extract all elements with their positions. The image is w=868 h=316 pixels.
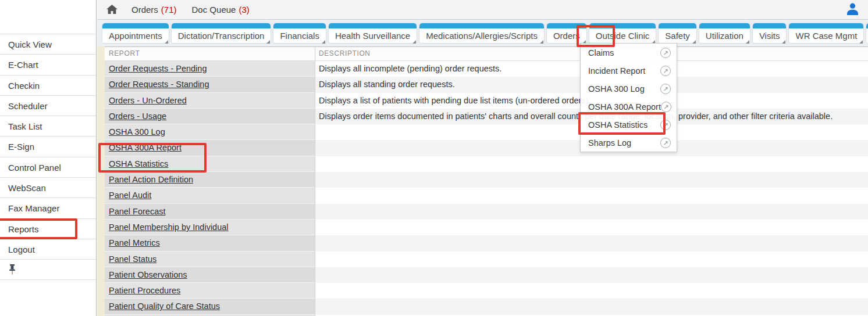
sidebar-item[interactable]: Task List [0,116,96,136]
category-tab[interactable]: Appointments [102,23,169,43]
description-cell [315,172,868,188]
category-tab[interactable]: Safety [659,23,696,43]
category-tab[interactable]: Financials [273,23,326,43]
report-link[interactable]: Panel Status [109,252,156,267]
top-bar: Orders(71) Doc Queue(3) [97,0,868,20]
tab-dropdown-grip-icon [322,40,325,44]
table-row: Panel Action Definition [105,172,868,188]
safety-menu-item[interactable]: OSHA 300A Report ↗ [581,98,677,116]
topbar-tab[interactable]: Doc Queue(3) [192,5,250,15]
category-tab[interactable]: Visits [753,23,787,43]
sidebar-item[interactable]: Fax Manager [0,198,96,218]
safety-menu-item[interactable]: OSHA 300 Log ↗ [581,80,677,98]
safety-dropdown-menu: Claims ↗ Incident Report ↗ OSHA 300 Log … [580,43,677,152]
report-cell: Panel Forecast [105,204,315,220]
top-nav: Orders(71) Doc Queue(3) [131,5,250,15]
category-tab[interactable]: Medications/Allergies/Scripts [419,23,544,43]
report-link[interactable]: Orders - Un-Ordered [109,93,187,109]
tab-dropdown-grip-icon [412,40,416,44]
open-in-new-icon[interactable]: ↗ [661,102,671,112]
topbar-tab-label: Doc Queue [192,5,236,15]
safety-menu-item-label: Incident Report [588,66,645,76]
report-link[interactable]: Panel Membership by Individual [109,220,229,235]
sidebar-item[interactable]: Scheduler [0,95,96,116]
description-cell [315,267,868,283]
open-in-new-icon[interactable]: ↗ [660,48,671,58]
report-link[interactable]: Panel Action Definition [109,172,193,188]
report-link[interactable]: Panel Metrics [109,235,160,251]
category-tab[interactable]: Outside Clinic [589,23,656,43]
safety-menu-item[interactable]: OSHA Statistics ↗ [581,116,677,134]
topbar-tab[interactable]: Orders(71) [131,5,177,15]
description-cell [315,252,868,267]
topbar-tab-count: (3) [239,5,249,15]
report-link[interactable]: Order Requests - Standing [109,77,209,92]
sidebar-item[interactable]: E-Chart [0,54,96,74]
report-cell: OSHA Statistics [105,156,315,172]
tab-dropdown-grip-icon [692,40,696,44]
sidebar-item[interactable]: Logout [0,239,96,259]
open-in-new-icon[interactable]: ↗ [660,66,671,76]
open-in-new-icon[interactable]: ↗ [660,120,671,130]
sidebar-item[interactable]: Reports [0,218,96,239]
tab-accent-bar [659,23,696,28]
sidebar-item-label: Checkin [8,81,40,91]
table-header-row: REPORT DESCRIPTION [105,46,868,61]
safety-menu-item[interactable]: Incident Report ↗ [581,62,677,80]
table-row: Orders - Usage Displays order items docu… [105,109,868,124]
user-button[interactable] [846,3,859,18]
report-table: REPORT DESCRIPTION Order Requests - Pend… [105,46,868,316]
sidebar: Quick View E-Chart Checkin Scheduler Tas… [0,0,97,316]
report-link[interactable]: OSHA 300 Log [109,124,165,140]
sidebar-item[interactable]: WebScan [0,177,96,198]
table-row: Patient Procedures [105,283,868,299]
category-tab[interactable]: Dictation/Transcription [172,23,271,43]
description-text: Displays all standing order requests. [319,80,455,89]
report-link[interactable]: Orders - Usage [109,109,166,124]
sidebar-item[interactable]: Quick View [0,34,96,54]
report-link[interactable]: Panel Audit [109,188,151,203]
tab-dropdown-grip-icon [782,40,785,44]
sidebar-item-label: Scheduler [8,101,48,111]
category-tab-label: Outside Clinic [589,28,656,43]
description-cell [315,188,868,203]
report-link[interactable]: Patient Quality of Care Status [109,299,220,314]
report-link[interactable]: OSHA Statistics [109,156,168,172]
description-cell [315,283,868,299]
report-link[interactable]: Patient Observations [109,267,187,283]
report-column-header: REPORT [105,47,315,60]
category-tab[interactable]: Utilization [699,23,750,43]
report-link[interactable]: Panel Forecast [109,204,166,220]
tab-dropdown-grip-icon [540,40,543,44]
safety-menu-item-label: OSHA Statistics [588,120,648,130]
report-link[interactable]: Order Requests - Pending [109,61,207,77]
sidebar-item[interactable]: Checkin [0,75,96,95]
category-tab[interactable]: Orders [547,23,586,43]
table-row: Patient Observations [105,267,868,283]
report-link[interactable]: Patient Procedures [109,283,180,299]
safety-menu-item[interactable]: Claims ↗ [581,44,677,62]
sidebar-item-label: Logout [8,245,35,254]
category-tab-label: Dictation/Transcription [172,28,271,43]
table-row: Orders - Un-Ordered Displays a list of p… [105,93,868,109]
category-tab-label: Orders [547,28,586,43]
open-in-new-icon[interactable]: ↗ [660,138,671,148]
report-cell: Patient Procedures [105,283,315,299]
report-cell: Patient Observations [105,267,315,283]
home-button[interactable] [106,5,118,15]
sidebar-item-label: E-Sign [8,142,34,152]
safety-menu-item-label: OSHA 300 Log [588,84,645,94]
category-tab[interactable]: Health Surveillance [329,23,417,43]
tab-accent-bar [753,23,787,28]
table-row: OSHA Statistics [105,156,868,172]
open-in-new-icon[interactable]: ↗ [660,84,671,94]
category-tab[interactable]: WR Case Mgmt [789,23,863,43]
sidebar-pin-toggle[interactable] [0,259,96,280]
report-link[interactable]: OSHA 300A Report [109,140,182,156]
sidebar-item[interactable]: Control Panel [0,157,96,177]
report-cell: Order Requests - Standing [105,77,315,92]
report-cell: Panel Metrics [105,235,315,251]
safety-menu-item-label: OSHA 300A Report [588,102,661,112]
sidebar-item[interactable]: E-Sign [0,136,96,156]
safety-menu-item[interactable]: Sharps Log ↗ [581,134,677,152]
